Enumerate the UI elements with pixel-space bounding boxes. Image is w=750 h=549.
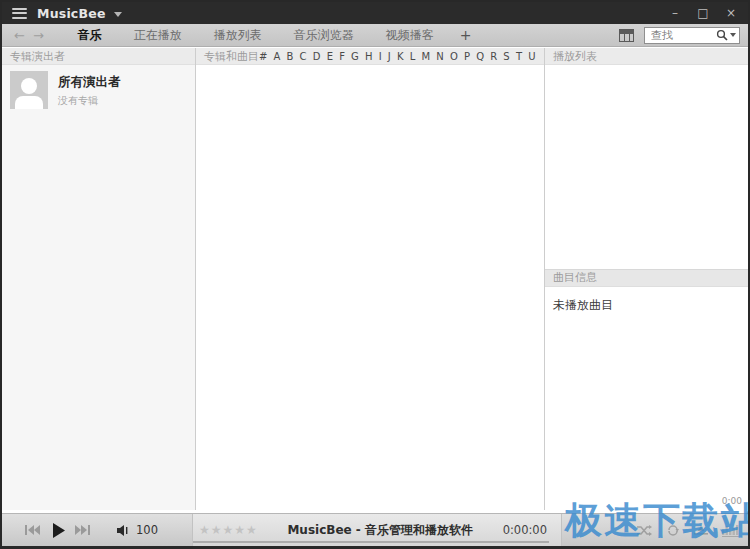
repeat-icon[interactable] (666, 525, 680, 536)
albums-empty-area (196, 65, 544, 510)
title-bar: MusicBee – □ × (2, 2, 748, 24)
play-button[interactable] (52, 523, 65, 538)
trackinfo-status: 未播放曲目 (553, 297, 740, 314)
artists-panel: 专辑演出者 所有演出者 没有专辑 (2, 48, 196, 510)
right-sidebar: 播放列表 曲目信息 未播放曲目 0:00 (545, 48, 748, 510)
trackinfo-total-time: 0:00 (722, 496, 742, 506)
back-arrow-icon[interactable]: ← (14, 29, 25, 42)
tab-music[interactable]: 音乐 (62, 27, 118, 44)
maximize-button[interactable]: □ (692, 4, 714, 22)
search-icon[interactable] (716, 29, 736, 41)
tab-list: 音乐 正在播放 播放列表 音乐浏览器 视频播客 + (62, 27, 482, 44)
tab-video-podcast[interactable]: 视频播客 (370, 27, 450, 44)
volume-control[interactable]: 100 (117, 523, 158, 537)
tab-bar: ← → 音乐 正在播放 播放列表 音乐浏览器 视频播客 + (2, 24, 748, 47)
tab-music-explorer[interactable]: 音乐浏览器 (278, 27, 370, 44)
speaker-icon (117, 524, 130, 537)
tabbar-right-tools (619, 27, 740, 44)
now-playing-title: MusicBee - 音乐管理和播放软件 (258, 522, 503, 539)
trackinfo-body: 未播放曲目 0:00 (545, 287, 748, 511)
search-input[interactable] (651, 29, 711, 42)
main-area: 专辑演出者 所有演出者 没有专辑 专辑和曲目 # A B C D E F G H… (2, 48, 748, 510)
musicbee-window: MusicBee – □ × ← → 音乐 正在播放 播放列表 音乐浏览器 视频… (0, 0, 750, 549)
artist-name: 所有演出者 (58, 74, 121, 91)
now-playing-list-icon[interactable] (694, 525, 708, 535)
player-right-tools (637, 514, 742, 546)
tab-playlists[interactable]: 播放列表 (198, 27, 278, 44)
next-track-button[interactable] (75, 524, 91, 536)
playlists-panel-header: 播放列表 (545, 48, 748, 65)
chevron-down-icon[interactable] (114, 12, 122, 17)
now-playing-panel: ★★★★★ MusicBee - 音乐管理和播放软件 0:00:00 (192, 514, 562, 546)
albums-panel-header: 专辑和曲目 # A B C D E F G H I J K L M N O P … (196, 48, 544, 65)
app-title: MusicBee (37, 6, 106, 21)
playlists-empty-area (545, 65, 748, 269)
spectrum-visualizer-icon[interactable] (722, 523, 742, 537)
search-box[interactable] (644, 27, 740, 44)
albums-header-label: 专辑和曲目 (204, 49, 259, 64)
trackinfo-panel-header: 曲目信息 (545, 269, 748, 287)
rating-stars[interactable]: ★★★★★ (199, 523, 258, 537)
tab-now-playing[interactable]: 正在播放 (118, 27, 198, 44)
add-tab-button[interactable]: + (450, 27, 482, 43)
minimize-button[interactable]: – (664, 4, 686, 22)
search-options-caret-icon[interactable] (730, 33, 736, 37)
albums-panel: 专辑和曲目 # A B C D E F G H I J K L M N O P … (196, 48, 545, 510)
forward-arrow-icon[interactable]: → (33, 29, 44, 42)
layout-grid-icon[interactable] (619, 29, 634, 42)
window-controls: – □ × (664, 4, 742, 22)
player-bar: 100 ★★★★★ MusicBee - 音乐管理和播放软件 0:00:00 (2, 513, 748, 546)
hamburger-menu-icon[interactable] (12, 8, 27, 19)
close-button[interactable]: × (720, 4, 742, 22)
elapsed-time: 0:00:00 (503, 523, 547, 537)
artist-subtitle: 没有专辑 (58, 94, 121, 108)
volume-value: 100 (136, 523, 158, 537)
alphabet-jump-bar[interactable]: # A B C D E F G H I J K L M N O P Q R S … (259, 51, 536, 62)
shuffle-icon[interactable] (637, 525, 652, 536)
previous-track-button[interactable] (24, 524, 40, 536)
artists-panel-header: 专辑演出者 (2, 48, 195, 65)
artist-avatar (10, 71, 48, 109)
artist-list-item[interactable]: 所有演出者 没有专辑 (2, 65, 195, 115)
